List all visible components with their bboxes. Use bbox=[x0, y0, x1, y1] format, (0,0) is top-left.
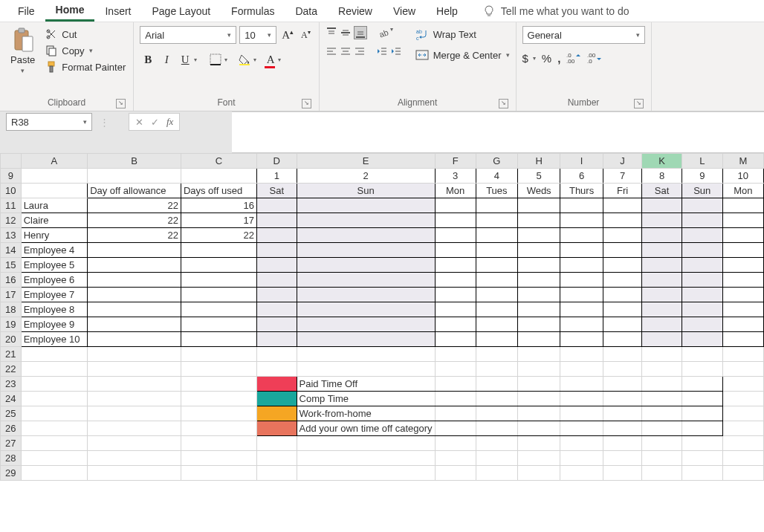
cell-K21[interactable] bbox=[642, 347, 682, 362]
cell-M9[interactable]: 10 bbox=[722, 169, 763, 184]
row-header-19[interactable]: 19 bbox=[1, 317, 22, 332]
cell-J18[interactable] bbox=[603, 302, 641, 317]
cell-B21[interactable] bbox=[88, 347, 181, 362]
tab-data[interactable]: Data bbox=[285, 1, 328, 21]
cell-E20[interactable] bbox=[297, 332, 435, 347]
cell-J12[interactable] bbox=[603, 213, 641, 228]
spreadsheet-grid[interactable]: ABCDEFGHIJKLM91234567891010Day off allow… bbox=[0, 153, 764, 481]
format-painter-button[interactable]: Format Painter bbox=[44, 60, 127, 74]
row-header-22[interactable]: 22 bbox=[1, 362, 22, 377]
row-header-15[interactable]: 15 bbox=[1, 258, 22, 273]
cell-I9[interactable]: 6 bbox=[560, 169, 603, 184]
cell-A10[interactable] bbox=[21, 184, 87, 198]
cell-G16[interactable] bbox=[476, 273, 517, 288]
cell-H20[interactable] bbox=[517, 332, 560, 347]
chevron-down-icon[interactable]: ▾ bbox=[224, 56, 227, 63]
cell-F18[interactable] bbox=[435, 302, 476, 317]
cell-D23[interactable] bbox=[256, 377, 297, 392]
row-header-10[interactable]: 10 bbox=[1, 184, 22, 198]
cell-I21[interactable] bbox=[560, 347, 603, 362]
cell-J24[interactable] bbox=[603, 392, 641, 406]
cell-B10[interactable]: Day off allowance bbox=[88, 184, 181, 198]
cell-L10[interactable]: Sun bbox=[682, 184, 722, 198]
cell-C25[interactable] bbox=[181, 406, 256, 421]
cell-L18[interactable] bbox=[682, 302, 722, 317]
cell-L22[interactable] bbox=[682, 362, 722, 377]
cell-K19[interactable] bbox=[642, 317, 682, 332]
cell-M23[interactable] bbox=[722, 377, 763, 392]
cell-K22[interactable] bbox=[642, 362, 682, 377]
cell-D12[interactable] bbox=[256, 213, 297, 228]
cell-E10[interactable]: Sun bbox=[297, 184, 435, 198]
cell-I16[interactable] bbox=[560, 273, 603, 288]
cell-C23[interactable] bbox=[181, 377, 256, 392]
cell-F16[interactable] bbox=[435, 273, 476, 288]
cell-C17[interactable] bbox=[181, 288, 256, 302]
cell-H19[interactable] bbox=[517, 317, 560, 332]
cell-J23[interactable] bbox=[603, 377, 641, 392]
orientation-button[interactable]: ab bbox=[378, 26, 389, 39]
cell-G20[interactable] bbox=[476, 332, 517, 347]
cell-H10[interactable]: Weds bbox=[517, 184, 560, 198]
cell-F12[interactable] bbox=[435, 213, 476, 228]
wrap-text-button[interactable]: abc Wrap Text bbox=[415, 27, 510, 41]
row-header-23[interactable]: 23 bbox=[1, 377, 22, 392]
cell-A18[interactable]: Employee 8 bbox=[21, 302, 87, 317]
cell-C28[interactable] bbox=[181, 451, 256, 466]
row-header-12[interactable]: 12 bbox=[1, 213, 22, 228]
cell-L16[interactable] bbox=[682, 273, 722, 288]
cell-I17[interactable] bbox=[560, 288, 603, 302]
cell-B24[interactable] bbox=[88, 392, 181, 406]
align-right-button[interactable] bbox=[354, 45, 366, 57]
cell-D13[interactable] bbox=[256, 228, 297, 243]
cell-C15[interactable] bbox=[181, 258, 256, 273]
cell-A25[interactable] bbox=[21, 406, 87, 421]
cell-C16[interactable] bbox=[181, 273, 256, 288]
cell-G13[interactable] bbox=[476, 228, 517, 243]
cell-J14[interactable] bbox=[603, 243, 641, 258]
cell-G29[interactable] bbox=[476, 466, 517, 481]
cell-G17[interactable] bbox=[476, 288, 517, 302]
chevron-down-icon[interactable]: ▾ bbox=[390, 26, 393, 39]
cell-L28[interactable] bbox=[682, 451, 722, 466]
cell-B25[interactable] bbox=[88, 406, 181, 421]
cell-D18[interactable] bbox=[256, 302, 297, 317]
tab-file[interactable]: File bbox=[7, 1, 45, 21]
cell-K17[interactable] bbox=[642, 288, 682, 302]
cell-A14[interactable]: Employee 4 bbox=[21, 243, 87, 258]
col-header-M[interactable]: M bbox=[722, 154, 763, 169]
cell-A27[interactable] bbox=[21, 436, 87, 451]
cell-G23[interactable] bbox=[476, 377, 517, 392]
col-header-H[interactable]: H bbox=[517, 154, 560, 169]
col-header-G[interactable]: G bbox=[476, 154, 517, 169]
cell-A11[interactable]: Laura bbox=[21, 198, 87, 213]
cell-M21[interactable] bbox=[722, 347, 763, 362]
underline-button[interactable]: U bbox=[177, 51, 193, 68]
align-bottom-button[interactable] bbox=[354, 26, 367, 39]
cell-F29[interactable] bbox=[435, 466, 476, 481]
col-header-C[interactable]: C bbox=[181, 154, 256, 169]
cell-E11[interactable] bbox=[297, 198, 435, 213]
cell-I14[interactable] bbox=[560, 243, 603, 258]
cell-C9[interactable] bbox=[181, 169, 256, 184]
cell-B13[interactable]: 22 bbox=[88, 228, 181, 243]
cell-H18[interactable] bbox=[517, 302, 560, 317]
tell-me[interactable]: Tell me what you want to do bbox=[483, 5, 629, 17]
cell-J17[interactable] bbox=[603, 288, 641, 302]
cell-C22[interactable] bbox=[181, 362, 256, 377]
cell-A17[interactable]: Employee 7 bbox=[21, 288, 87, 302]
cell-J21[interactable] bbox=[603, 347, 641, 362]
cell-C14[interactable] bbox=[181, 243, 256, 258]
cell-E21[interactable] bbox=[297, 347, 435, 362]
row-header-16[interactable]: 16 bbox=[1, 273, 22, 288]
cell-E24[interactable]: Comp Time bbox=[297, 392, 435, 406]
cell-D19[interactable] bbox=[256, 317, 297, 332]
cell-E15[interactable] bbox=[297, 258, 435, 273]
cell-J27[interactable] bbox=[603, 436, 641, 451]
cell-M20[interactable] bbox=[722, 332, 763, 347]
cell-A23[interactable] bbox=[21, 377, 87, 392]
cell-B15[interactable] bbox=[88, 258, 181, 273]
cell-I20[interactable] bbox=[560, 332, 603, 347]
cell-L13[interactable] bbox=[682, 228, 722, 243]
cell-E25[interactable]: Work-from-home bbox=[297, 406, 435, 421]
